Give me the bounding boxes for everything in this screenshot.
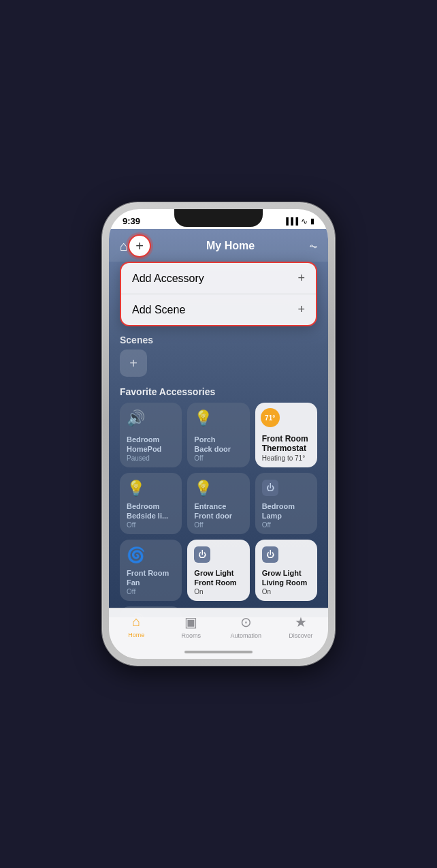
automation-tab-icon: ⊙ [240, 614, 252, 630]
acc-card-bedroom-homepod[interactable]: 🔊 BedroomHomePod Paused [120, 403, 182, 467]
waveform-icon[interactable]: ⏦ [310, 239, 317, 253]
discover-tab-label: Discover [289, 632, 312, 639]
discover-tab-icon: ★ [295, 614, 307, 630]
home-icon[interactable]: ⌂ [120, 238, 128, 254]
phone-frame: 9:39 ▐▐▐ ∿ ▮ ⌂ + My Home ⏦ Add Accesso [102, 202, 335, 666]
tab-discover[interactable]: ★ Discover [274, 614, 329, 639]
acc-name-entrance-frontdoor: EntranceFront door [194, 502, 242, 520]
acc-card-bedroom-bedside[interactable]: 💡 BedroomBedside li... Off [120, 473, 182, 534]
tab-rooms[interactable]: ▣ Rooms [164, 614, 219, 639]
thermostat-badge: 71° [261, 408, 280, 427]
entrance-bulb-icon: 💡 [194, 480, 242, 497]
homepod-icon: 🔊 [127, 409, 175, 427]
acc-card-porch-backdoor[interactable]: 💡 PorchBack door Off [187, 403, 249, 467]
acc-name-growlight-frontroom: Grow LightFront Room [194, 569, 242, 587]
add-scene-plus: + [297, 303, 305, 317]
bedroom-lamp-plug-icon: ⏻ [262, 480, 278, 496]
status-time: 9:39 [123, 216, 140, 226]
accessories-grid: 🔊 BedroomHomePod Paused 💡 PorchBack door… [120, 403, 317, 617]
acc-name-bedroom-lamp: BedroomLamp [262, 502, 310, 520]
growlight-frontroom-plug-icon: ⏻ [194, 546, 210, 563]
scenes-label: Scenes [120, 335, 317, 345]
acc-name-thermostat: Front RoomThermostat [262, 434, 310, 454]
acc-status-thermostat: Heating to 71° [262, 454, 310, 462]
tab-home[interactable]: ⌂ Home [109, 614, 164, 638]
add-accessory-label: Add Accessory [132, 273, 204, 285]
scene-plus-icon: + [129, 356, 137, 371]
acc-status-entrance-frontdoor: Off [194, 521, 242, 529]
acc-status-bedroom-homepod: Paused [127, 454, 175, 462]
growlight-livingroom-plug-icon: ⏻ [262, 546, 278, 563]
dropdown-menu: Add Accessory + Add Scene + [120, 262, 317, 326]
acc-name-porch-backdoor: PorchBack door [194, 435, 242, 453]
acc-status-porch-backdoor: Off [194, 454, 242, 462]
scene-add-button[interactable]: + [120, 350, 147, 377]
main-content: ⌂ + My Home ⏦ Add Accessory + Add Scene … [109, 229, 328, 617]
battery-icon: ▮ [310, 217, 314, 226]
signal-icon: ▐▐▐ [284, 217, 298, 225]
add-accessory-item[interactable]: Add Accessory + [121, 263, 316, 294]
acc-card-thermostat[interactable]: 71° Front RoomThermostat Heating to 71° [255, 403, 317, 467]
plus-icon: + [135, 238, 144, 254]
wifi-icon: ∿ [301, 217, 308, 226]
add-scene-item[interactable]: Add Scene + [121, 294, 316, 325]
notch [174, 209, 263, 227]
add-accessory-plus: + [297, 271, 305, 285]
acc-name-bedroom-bedside: BedroomBedside li... [127, 502, 175, 520]
add-button[interactable]: + [128, 234, 151, 258]
home-tab-label: Home [128, 632, 144, 638]
home-tab-icon: ⌂ [132, 614, 140, 630]
favorites-label: Favorite Accessories [120, 386, 317, 397]
acc-card-growlight-livingroom[interactable]: ⏻ Grow LightLiving Room On [255, 540, 317, 601]
acc-card-bedroom-lamp[interactable]: ⏻ BedroomLamp Off [255, 473, 317, 534]
app-header: ⌂ + My Home ⏦ [109, 229, 328, 262]
acc-card-growlight-frontroom[interactable]: ⏻ Grow LightFront Room On [187, 540, 249, 601]
header-title: My Home [151, 240, 310, 252]
home-indicator [184, 651, 253, 653]
acc-status-bedroom-bedside: Off [127, 521, 175, 529]
bedside-bulb-icon: 💡 [127, 480, 175, 497]
tab-automation[interactable]: ⊙ Automation [218, 614, 274, 639]
phone-screen: 9:39 ▐▐▐ ∿ ▮ ⌂ + My Home ⏦ Add Accesso [109, 209, 328, 659]
scenes-row: + [120, 350, 317, 377]
favorites-section: Favorite Accessories 🔊 BedroomHomePod Pa… [109, 379, 328, 617]
add-scene-label: Add Scene [132, 304, 185, 316]
status-icons: ▐▐▐ ∿ ▮ [284, 217, 314, 226]
acc-name-growlight-livingroom: Grow LightLiving Room [262, 569, 310, 587]
rooms-tab-icon: ▣ [184, 614, 197, 630]
acc-card-entrance-frontdoor[interactable]: 💡 EntranceFront door Off [187, 473, 249, 534]
fan-icon: 🌀 [127, 546, 175, 564]
acc-status-bedroom-lamp: Off [262, 521, 310, 529]
porch-bulb-icon: 💡 [194, 409, 242, 427]
scenes-section: Scenes + [109, 332, 328, 379]
rooms-tab-label: Rooms [181, 632, 201, 639]
acc-card-frontroom-fan[interactable]: 🌀 Front RoomFan Off [120, 540, 182, 601]
automation-tab-label: Automation [230, 632, 261, 639]
acc-name-frontroom-fan: Front RoomFan [127, 569, 175, 587]
acc-status-growlight-livingroom: On [262, 588, 310, 595]
acc-status-growlight-frontroom: On [194, 588, 242, 595]
acc-status-frontroom-fan: Off [127, 588, 175, 595]
acc-name-bedroom-homepod: BedroomHomePod [127, 435, 175, 453]
